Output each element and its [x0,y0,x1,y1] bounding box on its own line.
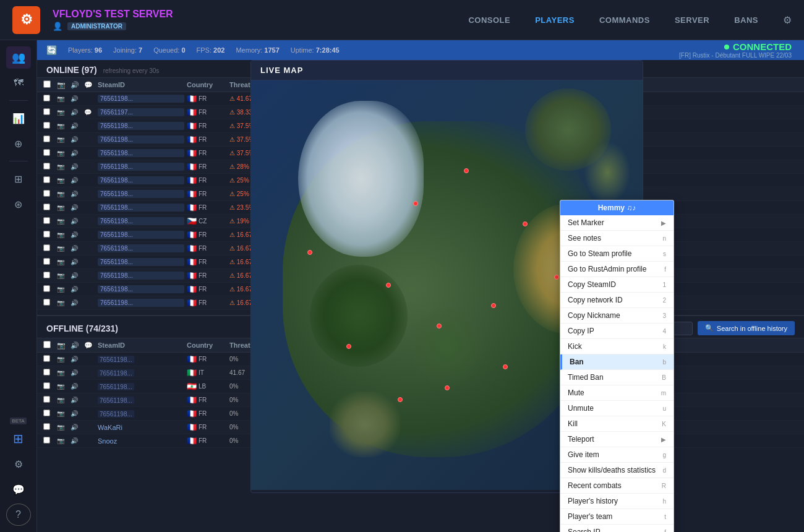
ctx-unmute[interactable]: Unmuteu [560,401,674,416]
ctx-ban[interactable]: Banb [560,354,674,370]
topnav: ⚙ VFLOYD'S TEST SERVER 👤 ADMINISTRATOR C… [0,0,804,40]
role-badge: ADMINISTRATOR [67,22,126,30]
search-offline-button[interactable]: 🔍 Search in offline history [698,321,795,335]
ctx-set-marker[interactable]: Set Marker▶ [560,215,674,231]
map-dot-1 [413,201,418,206]
ctx-copy-ip[interactable]: Copy IP4 [560,324,674,339]
joining-label: Joining: 7 [113,46,142,54]
map-dot-7 [554,275,559,280]
memory-label: Memory: 1757 [236,46,279,54]
country-header[interactable]: Country [187,81,227,88]
share-icon[interactable]: ⚙ [783,14,792,26]
map-dot-9 [445,385,450,390]
beta-label: BETA [10,418,26,424]
sidebar-item-settings[interactable]: ⚙ [6,453,31,475]
refresh-text: refreshing every 30s [103,67,160,74]
ctx-player-team[interactable]: Player's teamt [560,509,674,525]
sidebar-item-map[interactable]: 🗺 [6,72,31,94]
off-country-header[interactable]: Country [187,341,227,349]
ctx-see-notes[interactable]: See notesn [560,231,674,246]
sidebar-divider1 [9,100,28,101]
logo-box: ⚙ [12,6,40,34]
online-title: ONLINE (97) [46,65,97,75]
sidebar-item-layers[interactable]: ⊛ [6,193,31,215]
nav-links: CONSOLE PLAYERS COMMANDS SERVER BANS ⚙ [468,14,792,26]
ctx-kick[interactable]: Kickk [560,339,674,354]
nav-server[interactable]: SERVER [675,15,709,25]
map-dot-12 [398,397,403,402]
map-dot-5 [437,324,442,328]
sidebar-divider2 [9,161,28,161]
sidebar-item-beta-grid[interactable]: ⊞ [6,427,31,450]
col-vol-header: 🔊 [71,81,82,89]
uptime-label: Uptime: 7:28:45 [291,46,340,54]
ctx-kill[interactable]: KillK [560,416,674,432]
offline-select-all[interactable] [43,341,51,348]
status-icon: 🔄 [46,45,57,55]
sidebar-item-players[interactable]: 👥 [6,46,31,69]
off-steamid-header[interactable]: SteamID [98,341,184,349]
ctx-copy-steamid[interactable]: Copy SteamID1 [560,277,674,293]
ctx-give-item[interactable]: Give itemg [560,447,674,463]
ctx-search-ip[interactable]: Search IPf [560,525,674,532]
ctx-rustadmin-profile[interactable]: Go to RustAdmin profilef [560,262,674,277]
map-dot-6 [491,303,496,308]
sidebar-item-grid[interactable]: ⊞ [6,168,31,190]
admin-icon: 👤 [53,22,62,31]
server-label: [FR] Rustix - Débutant FULL WIPE 22/03 [679,52,792,59]
map-dot-3 [523,221,528,226]
col-cam-header: 📷 [57,81,68,89]
server-info: VFLOYD'S TEST SERVER 👤 ADMINISTRATOR [53,9,456,31]
livemap-header: LIVE MAP [251,61,643,80]
ctx-teleport[interactable]: Teleport▶ [560,432,674,447]
map-dot-11 [307,250,312,255]
connected-status: CONNECTED [733,41,792,52]
map-dot-2 [464,168,469,173]
col-chat-header: 💬 [84,81,95,89]
nav-console[interactable]: CONSOLE [468,15,510,25]
sidebar-item-help[interactable]: ? [6,504,31,526]
ctx-steam-profile[interactable]: Go to Steam profiles [560,246,674,262]
steamid-header[interactable]: SteamID [98,81,184,88]
map-dot-4 [386,283,391,288]
ctx-copy-nickname[interactable]: Copy Nickname3 [560,308,674,324]
status-bar: 🔄 Players: 96 Joining: 7 Queued: 0 FPS: … [37,40,804,60]
main-area: 🔄 Players: 96 Joining: 7 Queued: 0 FPS: … [37,40,804,532]
ctx-copy-network-id[interactable]: Copy network ID2 [560,293,674,308]
connected-dot [724,45,729,49]
ctx-timed-ban[interactable]: Timed BanB [560,370,674,385]
logo-icon: ⚙ [20,12,33,28]
fps-label: FPS: 202 [197,46,225,54]
select-all-checkbox[interactable] [43,80,51,88]
server-name: VFLOYD'S TEST SERVER [53,9,456,20]
nav-players[interactable]: PLAYERS [535,15,575,25]
offline-title: OFFLINE (74/231) [46,324,118,333]
sidebar-item-monitor[interactable]: 📊 [6,107,31,129]
sidebar-item-discord[interactable]: 💬 [6,478,31,500]
search-icon: 🔍 [705,324,714,332]
players-label: Players: 96 [68,46,102,54]
map-dot-8 [346,344,351,349]
map-dot-10 [503,364,508,369]
context-header: Hemmy ♫♪ [560,200,674,215]
nav-commands[interactable]: COMMANDS [599,15,650,25]
sidebar: 👥 🗺 📊 ⊕ ⊞ ⊛ BETA ⊞ ⚙ 💬 ? [0,40,37,532]
ctx-kills-stats[interactable]: Show kills/deaths statisticsd [560,463,674,478]
nav-bans[interactable]: BANS [734,15,758,25]
ctx-player-history[interactable]: Player's historyh [560,494,674,509]
ctx-recent-combats[interactable]: Recent combatsR [560,478,674,494]
context-menu: Hemmy ♫♪ Set Marker▶ See notesn Go to St… [560,200,674,532]
ctx-mute[interactable]: Mutem [560,385,674,401]
queued-label: Queued: 0 [153,46,185,54]
sidebar-item-crosshair[interactable]: ⊕ [6,132,31,155]
